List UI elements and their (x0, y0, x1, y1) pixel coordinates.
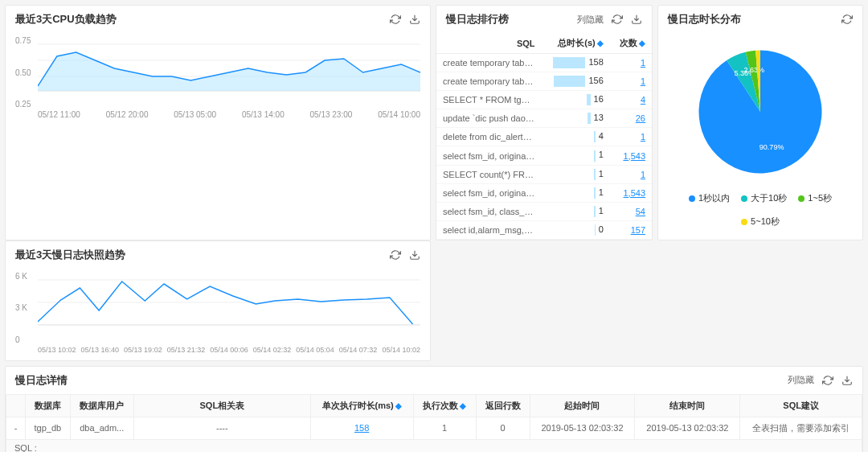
snapshot-trend-panel: 最近3天慢日志快照趋势 6 K 3 K 0 (5, 240, 431, 361)
x-tick: 05/14 07:32 (339, 346, 378, 354)
x-tick: 05/14 05:04 (296, 346, 334, 354)
table-row[interactable]: delete from dic_alert_l... 4 1 (436, 128, 652, 146)
x-tick: 05/13 19:02 (124, 346, 162, 354)
cell-sql: SELECT * FROM tgp_d... (436, 91, 542, 109)
snapshot-title: 最近3天慢日志快照趋势 (15, 248, 125, 262)
svg-text:90.79%: 90.79% (760, 143, 784, 151)
cpu-panel-title: 最近3天CPU负载趋势 (15, 12, 117, 27)
expand-toggle[interactable]: - (6, 417, 26, 439)
col-return-rows[interactable]: 返回行数 (476, 394, 530, 417)
download-icon[interactable] (409, 14, 420, 25)
x-tick: 05/13 21:32 (167, 346, 206, 354)
cell-user: dba_adm... (70, 417, 133, 439)
col-exec-time[interactable]: 单次执行时长(ms)◆ (310, 394, 413, 417)
col-start-time[interactable]: 起始时间 (530, 394, 635, 417)
table-row[interactable]: create temporary table... 156 1 (436, 72, 652, 91)
cell-sql: select fsm_id, original_f... (436, 146, 542, 165)
download-icon[interactable] (631, 14, 642, 25)
cell-count: 1 (610, 54, 652, 72)
download-icon[interactable] (409, 249, 420, 261)
x-tick: 05/14 10:00 (378, 110, 420, 119)
x-tick: 05/14 00:06 (210, 346, 248, 354)
table-row[interactable]: select fsm_id, class_id, ... 1 54 (436, 202, 652, 220)
cell-count: 1,543 (610, 146, 652, 165)
cell-db: tgp_db (26, 417, 71, 439)
col-count[interactable]: 次数◆ (610, 33, 652, 54)
cell-duration: 13 (542, 109, 610, 128)
cell-duration: 4 (542, 128, 610, 146)
col-end-time[interactable]: 结束时间 (635, 394, 740, 417)
table-row[interactable]: - tgp_db dba_adm... ---- 158 1 0 2019-05… (6, 417, 862, 439)
download-icon[interactable] (841, 375, 853, 386)
table-row[interactable]: create temporary table... 158 1 (436, 54, 652, 72)
cell-duration: 1 (542, 202, 610, 220)
svg-text:2.63%: 2.63% (743, 66, 764, 74)
cell-count: 1,543 (610, 183, 652, 202)
cell-return-rows: 0 (476, 417, 530, 439)
y-tick: 0 (15, 335, 27, 344)
y-tick: 0.50 (15, 68, 31, 77)
cell-count: 54 (610, 202, 652, 220)
refresh-icon[interactable] (390, 249, 401, 261)
refresh-icon[interactable] (612, 14, 623, 25)
refresh-icon[interactable] (822, 375, 833, 386)
legend-item[interactable]: 5~10秒 (741, 216, 780, 228)
ranking-table: SQL 总时长(s)◆ 次数◆ create temporary table..… (436, 33, 652, 240)
cell-table: ---- (133, 417, 310, 439)
x-tick: 05/12 11:00 (38, 110, 80, 119)
cell-suggestion: 全表扫描，需要添加索引 (740, 417, 862, 439)
cell-count: 1 (610, 165, 652, 183)
x-tick: 05/13 14:00 (242, 110, 285, 119)
col-sql[interactable]: SQL (436, 33, 542, 54)
col-exec-count[interactable]: 执行次数◆ (413, 394, 476, 417)
cell-sql: select fsm_id, original_f... (436, 183, 542, 202)
refresh-icon[interactable] (841, 14, 853, 25)
cell-count: 1 (610, 128, 652, 146)
col-duration[interactable]: 总时长(s)◆ (542, 33, 610, 54)
pie-legend: 1秒以内大于10秒1~5秒5~10秒 (665, 192, 856, 228)
cell-sql: create temporary table... (436, 72, 542, 91)
cell-count: 157 (610, 220, 652, 239)
cell-sql: select id,alarm_msg,ala... (436, 220, 542, 239)
table-row[interactable]: SELECT * FROM tgp_d... 16 4 (436, 91, 652, 109)
cell-count: 1 (610, 72, 652, 91)
x-tick: 05/12 20:00 (106, 110, 149, 119)
cell-exec-time: 158 (310, 417, 413, 439)
x-tick: 05/14 10:02 (382, 346, 420, 354)
pie-chart: 90.79%5.36%2.63% (688, 39, 833, 184)
cell-end-time: 2019-05-13 02:03:32 (635, 417, 740, 439)
cell-sql: update `dic push dao ... (436, 109, 542, 128)
legend-item[interactable]: 1秒以内 (689, 192, 730, 204)
cell-sql: delete from dic_alert_l... (436, 128, 542, 146)
cell-duration: 1 (542, 183, 610, 202)
table-row[interactable]: select id,alarm_msg,ala... 0 157 (436, 220, 652, 239)
col-suggestion[interactable]: SQL建议 (740, 394, 862, 417)
cell-duration: 0 (542, 220, 610, 239)
y-tick: 0.25 (15, 100, 31, 109)
hide-columns-link[interactable]: 列隐藏 (788, 374, 814, 386)
x-tick: 05/13 23:00 (310, 110, 353, 119)
refresh-icon[interactable] (390, 14, 401, 25)
table-row[interactable]: select fsm_id, original_f... 1 1,543 (436, 146, 652, 165)
col-db[interactable]: 数据库 (26, 394, 71, 417)
legend-item[interactable]: 大于10秒 (741, 192, 787, 204)
table-row[interactable]: SELECT count(*) FROM... 1 1 (436, 165, 652, 183)
col-user[interactable]: 数据库用户 (70, 394, 133, 417)
legend-item[interactable]: 1~5秒 (798, 192, 832, 204)
cell-start-time: 2019-05-13 02:03:32 (530, 417, 635, 439)
cell-count: 4 (610, 91, 652, 109)
x-tick: 05/13 10:02 (38, 346, 76, 354)
col-table[interactable]: SQL相关表 (133, 394, 310, 417)
cell-exec-count: 1 (413, 417, 476, 439)
cell-sql: SELECT count(*) FROM... (436, 165, 542, 183)
x-tick: 05/13 16:40 (81, 346, 120, 354)
table-row[interactable]: select fsm_id, original_f... 1 1,543 (436, 183, 652, 202)
slow-log-duration-pie-panel: 慢日志时长分布 90.79%5.36%2.63% 1秒以内大于10秒1~5秒5~… (657, 5, 863, 240)
cpu-chart: 0.75 0.50 0.25 (15, 36, 420, 109)
cell-duration: 156 (542, 72, 610, 91)
cell-sql: create temporary table... (436, 54, 542, 72)
y-tick: 6 K (15, 272, 27, 281)
table-row[interactable]: update `dic push dao ... 13 26 (436, 109, 652, 128)
hide-columns-link[interactable]: 列隐藏 (577, 14, 604, 26)
cpu-trend-panel: 最近3天CPU负载趋势 0.75 0.50 0.25 (5, 5, 431, 240)
